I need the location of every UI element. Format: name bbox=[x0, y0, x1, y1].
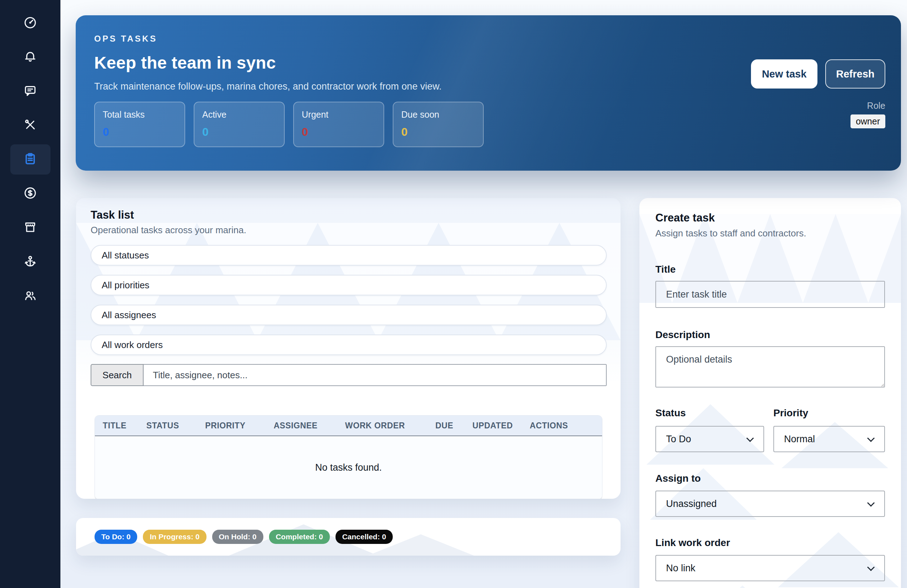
hero-eyebrow: OPS TASKS bbox=[94, 34, 885, 44]
stat-label: Urgent bbox=[302, 109, 383, 120]
sidebar-item-customers[interactable] bbox=[10, 281, 50, 311]
empty-state-message: No tasks found. bbox=[95, 436, 602, 499]
stat-due-soon: Due soon 0 bbox=[393, 102, 484, 147]
sidebar-item-dashboard[interactable] bbox=[10, 8, 50, 38]
priority-field: Priority Normal bbox=[773, 407, 885, 452]
assign-select[interactable]: Unassigned bbox=[655, 490, 885, 517]
sidebar-item-maintenance[interactable] bbox=[10, 110, 50, 140]
status-summary-panel: To Do: 0 In Progress: 0 On Hold: 0 Compl… bbox=[76, 518, 620, 556]
chevron-down-icon bbox=[867, 564, 875, 571]
sidebar-item-notifications[interactable] bbox=[10, 42, 50, 72]
filter-assignees-value: All assignees bbox=[102, 310, 156, 320]
col-title: TITLE bbox=[95, 416, 139, 436]
status-field-label: Status bbox=[655, 407, 764, 419]
sidebar-item-store[interactable] bbox=[10, 213, 50, 243]
table-header-row: TITLE STATUS PRIORITY ASSIGNEE WORK ORDE… bbox=[95, 416, 602, 436]
clipboard-icon bbox=[23, 152, 37, 167]
status-select[interactable]: To Do bbox=[655, 426, 764, 452]
storefront-icon bbox=[23, 220, 37, 236]
task-list-subtitle: Operational tasks across your marina. bbox=[91, 225, 606, 236]
hero-panel: OPS TASKS Keep the team in sync Track ma… bbox=[76, 15, 901, 171]
status-badge-in-progress: In Progress: 0 bbox=[143, 530, 206, 544]
create-task-panel: Create task Assign tasks to staff and co… bbox=[639, 198, 901, 588]
chevron-down-icon bbox=[867, 434, 875, 442]
title-input[interactable] bbox=[655, 281, 885, 308]
description-textarea[interactable] bbox=[655, 346, 885, 388]
sidebar-item-tasks[interactable] bbox=[10, 144, 50, 175]
col-work-order: WORK ORDER bbox=[337, 416, 428, 436]
stat-value: 0 bbox=[401, 125, 483, 139]
dollar-icon bbox=[23, 186, 37, 202]
filter-priorities[interactable]: All priorities bbox=[91, 275, 607, 295]
title-field-label: Title bbox=[655, 264, 885, 275]
new-task-button[interactable]: New task bbox=[751, 59, 817, 88]
users-icon bbox=[23, 288, 37, 304]
chat-icon bbox=[23, 83, 37, 99]
stat-label: Due soon bbox=[401, 109, 483, 120]
create-task-title: Create task bbox=[655, 211, 885, 224]
priority-select-value: Normal bbox=[784, 434, 815, 445]
status-badges: To Do: 0 In Progress: 0 On Hold: 0 Compl… bbox=[76, 518, 620, 556]
col-assignee: ASSIGNEE bbox=[266, 416, 337, 436]
filter-work-orders-value: All work orders bbox=[102, 340, 163, 351]
status-field: Status To Do bbox=[655, 407, 764, 452]
description-field-label: Description bbox=[655, 329, 885, 341]
sidebar-item-billing[interactable] bbox=[10, 178, 50, 209]
filter-assignees[interactable]: All assignees bbox=[91, 304, 607, 325]
filter-statuses[interactable]: All statuses bbox=[91, 245, 607, 266]
sidebar-item-moorings[interactable] bbox=[10, 247, 50, 277]
col-actions: ACTIONS bbox=[522, 416, 603, 436]
status-badge-completed: Completed: 0 bbox=[269, 530, 330, 544]
sidebar bbox=[0, 0, 61, 588]
assign-select-value: Unassigned bbox=[666, 498, 717, 509]
assign-field-label: Assign to bbox=[655, 473, 885, 484]
col-updated: UPDATED bbox=[465, 416, 522, 436]
chevron-down-icon bbox=[867, 499, 875, 506]
role-label: Role bbox=[851, 101, 885, 111]
stat-value: 0 bbox=[302, 125, 383, 139]
status-badge-cancelled: Cancelled: 0 bbox=[335, 530, 393, 544]
empty-row: No tasks found. bbox=[95, 436, 602, 499]
col-priority: PRIORITY bbox=[197, 416, 266, 436]
filter-work-orders[interactable]: All work orders bbox=[91, 335, 607, 355]
role-badge: owner bbox=[851, 114, 885, 128]
anchor-icon bbox=[23, 254, 37, 270]
status-badge-todo: To Do: 0 bbox=[95, 530, 137, 544]
task-list-title: Task list bbox=[91, 209, 606, 221]
priority-field-label: Priority bbox=[773, 407, 885, 419]
stat-urgent: Urgent 0 bbox=[293, 102, 384, 147]
task-list-panel: Task list Operational tasks across your … bbox=[76, 198, 620, 499]
create-task-subtitle: Assign tasks to staff and contractors. bbox=[655, 228, 885, 239]
search-button[interactable]: Search bbox=[91, 364, 144, 386]
stat-label: Total tasks bbox=[103, 109, 184, 120]
search-row: Search bbox=[91, 364, 607, 386]
stat-value: 0 bbox=[202, 125, 284, 139]
col-status: STATUS bbox=[139, 416, 198, 436]
stat-value: 0 bbox=[103, 125, 184, 139]
link-work-order-value: No link bbox=[666, 563, 695, 574]
bell-icon bbox=[23, 50, 37, 65]
status-select-value: To Do bbox=[666, 434, 691, 445]
role-box: Role owner bbox=[851, 101, 885, 128]
stat-total-tasks: Total tasks 0 bbox=[94, 102, 185, 147]
link-work-order-select[interactable]: No link bbox=[655, 555, 885, 581]
stat-label: Active bbox=[202, 109, 284, 120]
tasks-table: TITLE STATUS PRIORITY ASSIGNEE WORK ORDE… bbox=[95, 415, 603, 499]
chevron-down-icon bbox=[746, 434, 754, 442]
priority-select[interactable]: Normal bbox=[773, 426, 885, 452]
hero-stats: Total tasks 0 Active 0 Urgent 0 Due soon… bbox=[94, 102, 885, 147]
col-due: DUE bbox=[428, 416, 465, 436]
gauge-icon bbox=[23, 15, 37, 31]
tools-icon bbox=[23, 118, 37, 133]
search-input[interactable] bbox=[144, 364, 607, 386]
filter-priorities-value: All priorities bbox=[102, 280, 149, 291]
status-badge-on-hold: On Hold: 0 bbox=[212, 530, 263, 544]
sidebar-item-messages[interactable] bbox=[10, 76, 50, 106]
stat-active: Active 0 bbox=[194, 102, 285, 147]
filter-statuses-value: All statuses bbox=[102, 250, 149, 261]
refresh-button[interactable]: Refresh bbox=[825, 59, 885, 88]
link-work-order-label: Link work order bbox=[655, 537, 885, 548]
